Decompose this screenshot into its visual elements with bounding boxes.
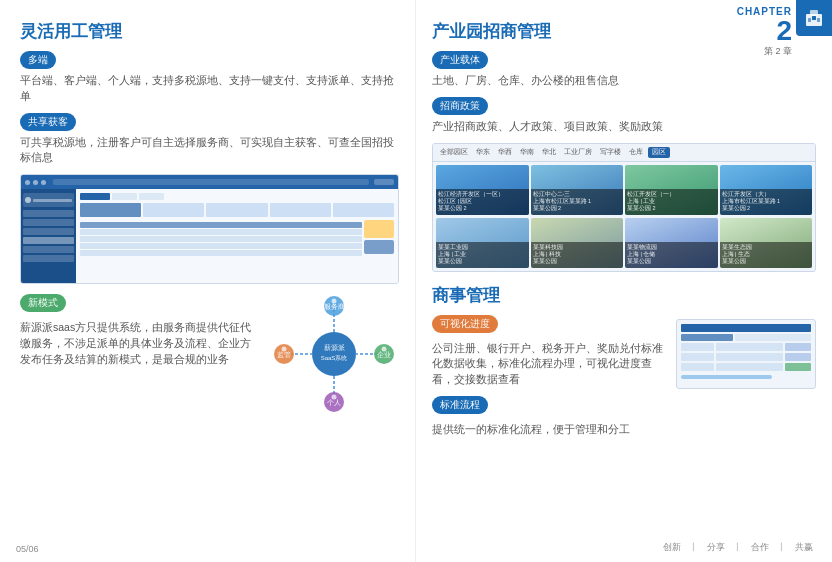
- desc-visual-progress: 公司注册、银行开户、税务开户、奖励兑付标准化数据收集，标准化流程办理，可视化进度…: [432, 341, 666, 388]
- svg-point-20: [332, 299, 337, 304]
- main-content: 灵活用工管理 多端 平台端、客户端、个人端，支持多税源地、支持一键支付、支持派单…: [0, 0, 832, 562]
- diagram-area: 薪源派 SaaS系统 服务商 监管: [269, 294, 399, 414]
- footer-item-4: 共赢: [795, 542, 813, 552]
- photo-cell-8: 某某生态园上海 | 生态某某公园: [720, 218, 813, 268]
- svg-point-5: [312, 332, 356, 376]
- section-flexible-work: 灵活用工管理 多端 平台端、客户端、个人端，支持多税源地、支持一键支付、支持派单…: [20, 20, 399, 284]
- tab-north[interactable]: 华北: [539, 147, 559, 158]
- right-column: 产业园招商管理 产业载体 土地、厂房、仓库、办公楼的租售信息 招商政策 产业招商…: [416, 0, 832, 562]
- svg-rect-3: [808, 18, 811, 22]
- footer-item-1: 创新: [663, 542, 681, 552]
- svg-text:个人: 个人: [327, 399, 341, 407]
- tag-industrial-carrier: 产业载体: [432, 51, 488, 69]
- model-diagram: 薪源派 SaaS系统 服务商 监管: [269, 294, 399, 414]
- mock-main-area: [76, 189, 398, 283]
- photo-cell-5: 某某工业园上海 | 工业某某公园: [436, 218, 529, 268]
- photo-grid: 松江经济开发区（一区）松江区 | 园区某某公园 2 松江中心二-三上海市松江区某…: [433, 162, 815, 218]
- left-column: 灵活用工管理 多端 平台端、客户端、个人端，支持多税源地、支持一键支付、支持派单…: [0, 0, 416, 562]
- mock-topbar: [21, 175, 398, 189]
- tag-multi-terminal: 多端: [20, 51, 56, 69]
- chapter-sub: 第 2 章: [737, 45, 792, 58]
- tab-office[interactable]: 写字楼: [597, 147, 624, 158]
- svg-text:薪源派: 薪源派: [324, 344, 345, 351]
- svg-point-23: [332, 395, 337, 400]
- photo-grid-row2: 某某工业园上海 | 工业某某公园 某某科技园上海 | 科技某某公园 某某物流园上…: [433, 218, 815, 271]
- photo-cell-6: 某某科技园上海 | 科技某某公园: [531, 218, 624, 268]
- chapter-text: CHAPTER 2 第 2 章: [737, 0, 796, 58]
- section-title-flexible: 灵活用工管理: [20, 20, 399, 43]
- svg-rect-4: [817, 18, 820, 22]
- tag-investment-policy: 招商政策: [432, 97, 488, 115]
- desc-standard-flow: 提供统一的标准化流程，便于管理和分工: [432, 422, 666, 438]
- svg-text:监管: 监管: [277, 351, 291, 358]
- desc-shared-customers: 可共享税源地，注册客户可自主选择服务商、可实现自主获客、可查全国招投标信息: [20, 135, 399, 167]
- svg-text:SaaS系统: SaaS系统: [321, 354, 348, 361]
- commercial-text: 可视化进度 公司注册、银行开户、税务开户、奖励兑付标准化数据收集，标准化流程办理…: [432, 315, 666, 446]
- screenshot-flexible-work: [20, 174, 399, 284]
- footer-item-2: 分享: [707, 542, 725, 552]
- footer-page: 05/06: [16, 544, 39, 554]
- svg-point-22: [382, 347, 387, 352]
- svg-rect-1: [810, 10, 818, 16]
- commercial-screenshot: [676, 315, 816, 446]
- photo-cell-3: 松江开发区（一）上海 | 工业某某公园 2: [625, 165, 718, 215]
- photo-cell-1: 松江经济开发区（一区）松江区 | 园区某某公园 2: [436, 165, 529, 215]
- desc-multi-terminal: 平台端、客户端、个人端，支持多税源地、支持一键支付、支持派单、支持抢单: [20, 73, 399, 105]
- chapter-number: 2: [737, 17, 792, 45]
- svg-text:企业: 企业: [377, 351, 391, 358]
- tag-shared-customers: 共享获客: [20, 113, 76, 131]
- tab-park[interactable]: 园区: [648, 147, 670, 158]
- chapter-icon: [796, 0, 832, 36]
- photo-cell-4: 松江开发区（大）上海市松江区某某路 1某某公园 2: [720, 165, 813, 215]
- section-commercial: 商事管理 可视化进度 公司注册、银行开户、税务开户、奖励兑付标准化数据收集，标准…: [432, 284, 816, 446]
- photo-cell-2: 松江中心二-三上海市松江区某某路 1某某公园 2: [531, 165, 624, 215]
- footer-right: 创新 丨 分享 丨 合作 丨 共赢: [660, 541, 816, 554]
- photo-grid-container: 全部园区 华东 华西 华南 华北 工业厂房 写字楼 仓库 园区 松江经济开发区（…: [432, 143, 816, 272]
- svg-text:服务商: 服务商: [324, 303, 345, 310]
- commercial-content: 可视化进度 公司注册、银行开户、税务开户、奖励兑付标准化数据收集，标准化流程办理…: [432, 315, 816, 446]
- svg-rect-2: [812, 16, 816, 20]
- chapter-badge: CHAPTER 2 第 2 章: [737, 0, 832, 58]
- tag-new-model: 新模式: [20, 294, 66, 312]
- desc-industrial-carrier: 土地、厂房、仓库、办公楼的租售信息: [432, 73, 816, 89]
- tab-west[interactable]: 华西: [495, 147, 515, 158]
- desc-investment-policy: 产业招商政策、人才政策、项目政策、奖励政策: [432, 119, 816, 135]
- section-title-commercial: 商事管理: [432, 284, 816, 307]
- tab-south[interactable]: 华南: [517, 147, 537, 158]
- desc-new-model: 薪源派saas方只提供系统，由服务商提供代征代缴服务，不涉足派单的具体业务及流程…: [20, 320, 259, 367]
- footer-item-3: 合作: [751, 542, 769, 552]
- svg-point-21: [282, 347, 287, 352]
- tab-industrial[interactable]: 工业厂房: [561, 147, 595, 158]
- new-model-text: 新模式 薪源派saas方只提供系统，由服务商提供代征代缴服务，不涉足派单的具体业…: [20, 294, 259, 414]
- photo-cell-7: 某某物流园上海 | 仓储某某公园: [625, 218, 718, 268]
- photo-grid-tabs: 全部园区 华东 华西 华南 华北 工业厂房 写字楼 仓库 园区: [433, 144, 815, 162]
- section-new-model: 新模式 薪源派saas方只提供系统，由服务商提供代征代缴服务，不涉足派单的具体业…: [20, 294, 399, 414]
- mock-sidebar: [21, 189, 76, 283]
- tab-all[interactable]: 全部园区: [437, 147, 471, 158]
- tab-east[interactable]: 华东: [473, 147, 493, 158]
- tag-visual-progress: 可视化进度: [432, 315, 498, 333]
- tab-warehouse[interactable]: 仓库: [626, 147, 646, 158]
- tag-standard-flow: 标准流程: [432, 396, 488, 414]
